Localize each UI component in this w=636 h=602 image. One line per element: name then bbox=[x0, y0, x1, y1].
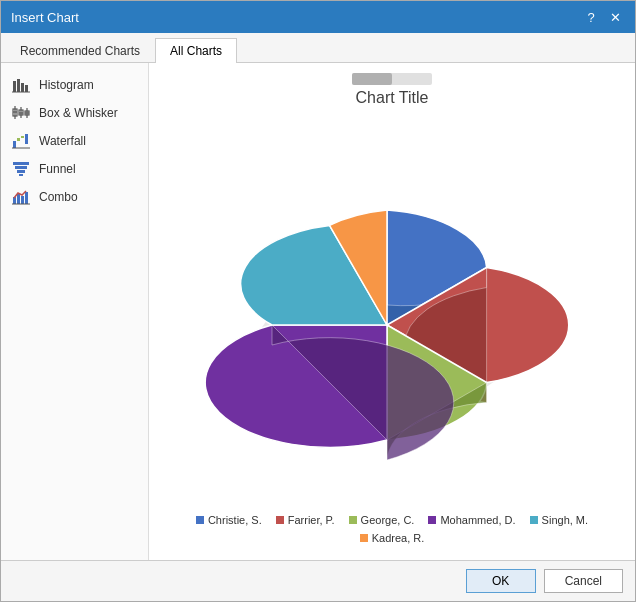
svg-rect-0 bbox=[13, 81, 16, 92]
histogram-label: Histogram bbox=[39, 78, 94, 92]
right-panel: Chart Title bbox=[149, 63, 635, 560]
svg-rect-16 bbox=[21, 136, 24, 138]
chart-container bbox=[165, 111, 619, 508]
left-panel: Histogram Box & Whisk bbox=[1, 63, 149, 560]
chart-type-waterfall[interactable]: Waterfall bbox=[1, 127, 148, 155]
legend-color-dot bbox=[360, 534, 368, 542]
histogram-icon bbox=[11, 76, 31, 94]
pie-chart-svg bbox=[222, 200, 562, 420]
box-whisker-label: Box & Whisker bbox=[39, 106, 118, 120]
content-area: Histogram Box & Whisk bbox=[1, 63, 635, 560]
svg-rect-19 bbox=[13, 162, 29, 165]
chart-type-box-whisker[interactable]: Box & Whisker bbox=[1, 99, 148, 127]
chart-type-combo[interactable]: Combo bbox=[1, 183, 148, 211]
svg-rect-14 bbox=[13, 141, 16, 148]
close-button[interactable]: ✕ bbox=[605, 8, 625, 26]
legend-item: Christie, S. bbox=[196, 514, 262, 526]
legend-item: Kadrea, R. bbox=[360, 532, 425, 544]
legend-label: George, C. bbox=[361, 514, 415, 526]
legend-label: Farrier, P. bbox=[288, 514, 335, 526]
box-whisker-icon bbox=[11, 104, 31, 122]
legend-color-dot bbox=[530, 516, 538, 524]
svg-rect-2 bbox=[21, 83, 24, 92]
tabs-bar: Recommended Charts All Charts bbox=[1, 33, 635, 63]
chart-title: Chart Title bbox=[165, 89, 619, 107]
cancel-button[interactable]: Cancel bbox=[544, 569, 623, 593]
title-bar: Insert Chart ? ✕ bbox=[1, 1, 635, 33]
combo-label: Combo bbox=[39, 190, 78, 204]
tab-recommended-charts[interactable]: Recommended Charts bbox=[5, 38, 155, 63]
legend-label: Christie, S. bbox=[208, 514, 262, 526]
svg-rect-26 bbox=[25, 192, 28, 204]
scrollbar-track[interactable] bbox=[352, 73, 432, 85]
legend-label: Singh, M. bbox=[542, 514, 588, 526]
combo-icon bbox=[11, 188, 31, 206]
chart-type-histogram[interactable]: Histogram bbox=[1, 71, 148, 99]
chart-type-funnel[interactable]: Funnel bbox=[1, 155, 148, 183]
legend-color-dot bbox=[276, 516, 284, 524]
legend-label: Mohammed, D. bbox=[440, 514, 515, 526]
svg-rect-3 bbox=[25, 85, 28, 92]
legend-color-dot bbox=[196, 516, 204, 524]
footer: OK Cancel bbox=[1, 560, 635, 601]
dialog-title: Insert Chart bbox=[11, 10, 79, 25]
ok-button[interactable]: OK bbox=[466, 569, 536, 593]
svg-rect-17 bbox=[25, 134, 28, 144]
legend-label: Kadrea, R. bbox=[372, 532, 425, 544]
tab-all-charts[interactable]: All Charts bbox=[155, 38, 237, 63]
legend-item: Mohammed, D. bbox=[428, 514, 515, 526]
help-button[interactable]: ? bbox=[581, 8, 601, 26]
legend-color-dot bbox=[349, 516, 357, 524]
funnel-icon bbox=[11, 160, 31, 178]
svg-rect-15 bbox=[17, 138, 20, 141]
legend-item: Singh, M. bbox=[530, 514, 588, 526]
waterfall-icon bbox=[11, 132, 31, 150]
scrollbar-area bbox=[165, 73, 619, 85]
insert-chart-dialog: Insert Chart ? ✕ Recommended Charts All … bbox=[0, 0, 636, 602]
legend-color-dot bbox=[428, 516, 436, 524]
funnel-label: Funnel bbox=[39, 162, 76, 176]
waterfall-label: Waterfall bbox=[39, 134, 86, 148]
svg-rect-25 bbox=[21, 196, 24, 204]
svg-rect-1 bbox=[17, 79, 20, 92]
scrollbar-thumb bbox=[352, 73, 392, 85]
title-bar-controls: ? ✕ bbox=[581, 8, 625, 26]
svg-rect-24 bbox=[17, 194, 20, 204]
legend: Christie, S. Farrier, P. George, C. Moha… bbox=[165, 508, 619, 550]
svg-rect-22 bbox=[19, 174, 23, 176]
svg-rect-20 bbox=[15, 166, 27, 169]
legend-item: George, C. bbox=[349, 514, 415, 526]
svg-rect-21 bbox=[17, 170, 25, 173]
legend-item: Farrier, P. bbox=[276, 514, 335, 526]
